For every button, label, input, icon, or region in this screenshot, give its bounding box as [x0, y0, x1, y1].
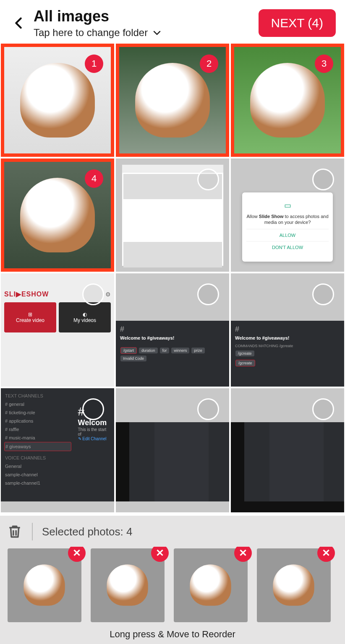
selection-badge: 2: [200, 55, 218, 73]
play-circle-icon: ◐: [61, 312, 108, 317]
grid-cell[interactable]: 3: [231, 44, 344, 157]
plus-icon: ⊞: [7, 312, 54, 317]
folder-icon: ▭: [246, 201, 329, 210]
dialog-deny: DON'T ALLOW: [246, 241, 329, 253]
selected-thumb[interactable]: ✕: [257, 548, 331, 622]
delete-button[interactable]: [7, 522, 23, 541]
grid-cell[interactable]: TEXT CHANNELS # general # ticketing-role…: [1, 388, 114, 501]
image-grid: 1 2 3 4 ▭ Allow Slide Show to access pho…: [0, 44, 345, 501]
selection-circle: [82, 283, 104, 305]
slideshow-logo: SLI▶ESHOW: [4, 290, 49, 298]
selection-badge: 4: [85, 169, 103, 188]
grid-cell[interactable]: 2: [116, 44, 229, 157]
hash-icon: #: [120, 325, 225, 334]
close-icon: ✕: [156, 547, 164, 559]
permission-dialog-preview: ▭ Allow Slide Show to access photos and …: [242, 192, 333, 262]
selection-tray: Selected photos: 4 ✕ ✕ ✕ ✕ Long press & …: [0, 516, 345, 644]
selection-badge: 1: [85, 55, 103, 73]
selection-circle: [312, 169, 334, 190]
selected-thumbnails[interactable]: ✕ ✕ ✕ ✕: [7, 547, 338, 624]
selected-thumb[interactable]: ✕: [174, 548, 248, 622]
grid-cell[interactable]: [116, 388, 229, 501]
back-button[interactable]: [9, 11, 28, 35]
folder-subtitle: Tap here to change folder: [34, 27, 148, 39]
hash-icon: #: [235, 325, 340, 334]
selection-badge: 3: [315, 55, 333, 73]
grid-cell[interactable]: # Welcome to #giveaways! COMMANDS MATCHI…: [231, 273, 344, 387]
page-title: All images: [34, 8, 253, 25]
title-wrap: All images Tap here to change folder: [34, 8, 253, 39]
create-video-tile: ⊞ Create video: [4, 302, 56, 332]
selection-circle: [197, 398, 219, 420]
gear-icon: ⚙: [105, 291, 111, 298]
selection-circle: [312, 283, 334, 305]
chevron-down-icon: [152, 28, 162, 38]
divider: [32, 523, 33, 540]
dialog-allow: ALLOW: [246, 229, 329, 241]
my-videos-tile: ◐ My videos: [59, 302, 111, 332]
selected-thumb[interactable]: ✕: [91, 548, 165, 622]
remove-button[interactable]: ✕: [68, 547, 86, 562]
selection-circle: [312, 398, 334, 420]
selection-circle: [197, 169, 219, 190]
grid-cell[interactable]: [116, 158, 229, 272]
header-bar: All images Tap here to change folder NEX…: [0, 0, 345, 44]
selected-count-label: Selected photos: 4: [42, 525, 132, 538]
next-button[interactable]: NEXT (4): [259, 9, 336, 37]
selection-circle: [197, 283, 219, 305]
grid-cell[interactable]: 1: [1, 44, 114, 157]
grid-row-partial: [0, 501, 345, 512]
chevron-left-icon: [11, 16, 26, 30]
channel-welcome: Welcome to #giveaways!: [120, 335, 225, 340]
grid-cell[interactable]: # Welcome to #giveaways! /gstart duratio…: [116, 273, 229, 387]
close-icon: ✕: [73, 547, 81, 559]
grid-cell[interactable]: 4: [1, 158, 114, 272]
grid-cell[interactable]: [231, 388, 344, 501]
remove-button[interactable]: ✕: [151, 547, 169, 562]
trash-icon: [7, 522, 23, 541]
close-icon: ✕: [239, 547, 247, 559]
selected-thumb[interactable]: ✕: [8, 548, 81, 622]
selection-circle: [82, 398, 104, 420]
remove-button[interactable]: ✕: [234, 547, 252, 562]
reorder-hint: Long press & Move to Reorder: [7, 629, 338, 640]
remove-button[interactable]: ✕: [317, 547, 335, 562]
grid-cell[interactable]: ▭ Allow Slide Show to access photos and …: [231, 158, 344, 272]
grid-cell[interactable]: SLI▶ESHOW ⚙ ⊞ Create video ◐ My videos: [1, 273, 114, 387]
close-icon: ✕: [322, 547, 330, 559]
dialog-text: Allow Slide Show to access photos and me…: [246, 213, 329, 226]
folder-picker[interactable]: Tap here to change folder: [34, 27, 253, 39]
